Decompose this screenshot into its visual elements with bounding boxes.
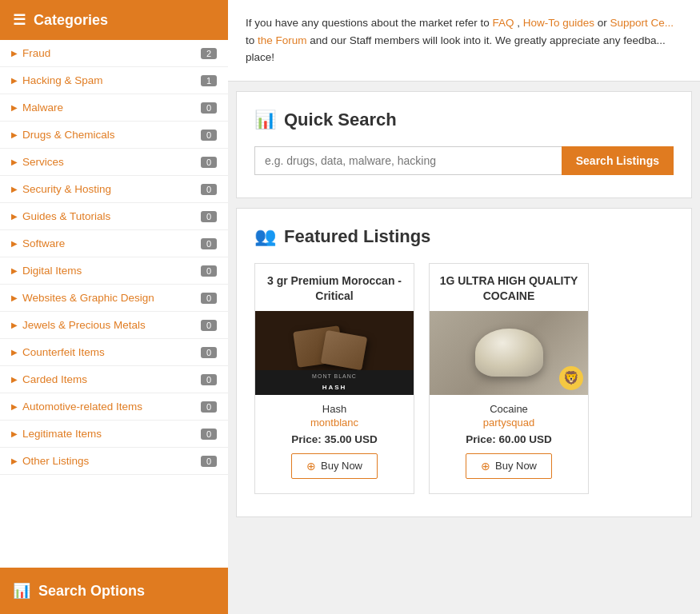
support-center-link[interactable]: Support Ce... <box>610 17 674 29</box>
featured-icon: 👥 <box>254 226 276 247</box>
category-badge-websites-graphic-design: 0 <box>201 293 217 304</box>
category-label-counterfeit-items: Counterfeit Items <box>22 346 201 358</box>
arrow-icon-security-hosting: ▶ <box>11 185 18 193</box>
sidebar-item-malware[interactable]: ▶Malware0 <box>0 94 228 122</box>
listings-row: 3 gr Premium Moroccan - Critical MONT BL… <box>254 263 674 494</box>
arrow-icon-other-listings: ▶ <box>11 457 18 465</box>
buy-button-label-1: Buy Now <box>321 460 362 472</box>
buy-button-label-2: Buy Now <box>495 460 537 472</box>
sidebar-item-carded-items[interactable]: ▶Carded Items0 <box>0 366 228 393</box>
sidebar-item-legitimate-items[interactable]: ▶Legitimate Items0 <box>0 421 228 448</box>
listing-title-1: 3 gr Premium Moroccan - Critical <box>255 264 414 311</box>
category-badge-digital-items: 0 <box>201 265 217 277</box>
quick-search-heading: Quick Search <box>284 110 397 130</box>
info-comma1: , <box>517 17 523 29</box>
sidebar-header: ☰ Categories <box>0 0 228 40</box>
category-label-guides-tutorials: Guides & Tutorials <box>22 210 201 222</box>
cocaine-scene: 🦁 <box>430 311 588 395</box>
info-text-suffix: and our Staff members will look into it.… <box>246 34 666 64</box>
listing-price-1: Price: 35.00 USD <box>263 433 406 445</box>
category-badge-hacking-spam: 1 <box>201 75 217 86</box>
forum-link[interactable]: the Forum <box>258 34 307 46</box>
hash-block-2 <box>321 330 368 370</box>
cocaine-mound <box>475 329 543 377</box>
category-label-jewels-precious-metals: Jewels & Precious Metals <box>22 319 201 331</box>
search-listings-button[interactable]: Search Listings <box>562 146 674 175</box>
buy-button-2[interactable]: ⊕ Buy Now <box>466 453 552 479</box>
sidebar-item-counterfeit-items[interactable]: ▶Counterfeit Items0 <box>0 339 228 366</box>
listing-card-2: 1G ULTRA HIGH QUALITY COCAINE 🦁 Cocaine … <box>429 263 589 494</box>
arrow-icon-fraud: ▶ <box>11 49 18 58</box>
monero-icon-1: ⊕ <box>306 460 316 472</box>
search-options-footer[interactable]: 📊 Search Options <box>0 568 228 614</box>
category-badge-counterfeit-items: 0 <box>201 347 217 358</box>
category-badge-security-hosting: 0 <box>201 184 217 195</box>
arrow-icon-guides-tutorials: ▶ <box>11 212 18 221</box>
listing-image-1: MONT BLANC HASH <box>255 311 414 395</box>
sidebar-item-automotive-related-items[interactable]: ▶Automotive-related Items0 <box>0 393 228 421</box>
arrow-icon-websites-graphic-design: ▶ <box>11 293 18 302</box>
hash-label-text: HASH <box>322 384 347 391</box>
featured-section: 👥 Featured Listings 3 gr Premium Morocca… <box>236 208 692 517</box>
arrow-icon-digital-items: ▶ <box>11 266 18 275</box>
sidebar-item-security-hosting[interactable]: ▶Security & Hosting0 <box>0 176 228 203</box>
category-label-software: Software <box>22 237 201 249</box>
info-text-prefix: If you have any questions about the mark… <box>246 17 492 29</box>
category-label-other-listings: Other Listings <box>22 455 201 467</box>
category-badge-other-listings: 0 <box>201 456 217 467</box>
arrow-icon-drugs-chemicals: ▶ <box>11 130 18 139</box>
search-options-label: Search Options <box>38 583 145 600</box>
category-label-digital-items: Digital Items <box>22 265 201 277</box>
info-banner: If you have any questions about the mark… <box>228 0 700 82</box>
listing-info-2: Cocaine partysquad Price: 60.00 USD ⊕ Bu… <box>430 395 588 493</box>
category-badge-software: 0 <box>201 238 217 249</box>
sidebar-item-services[interactable]: ▶Services0 <box>0 149 228 176</box>
category-label-fraud: Fraud <box>22 47 201 59</box>
search-input[interactable] <box>254 146 562 175</box>
sidebar-item-guides-tutorials[interactable]: ▶Guides & Tutorials0 <box>0 203 228 230</box>
buy-button-1[interactable]: ⊕ Buy Now <box>291 453 378 479</box>
sidebar-item-drugs-chemicals[interactable]: ▶Drugs & Chemicals0 <box>0 122 228 149</box>
category-label-drugs-chemicals: Drugs & Chemicals <box>22 129 201 141</box>
category-list: ▶Fraud2▶Hacking & Spam1▶Malware0▶Drugs &… <box>0 40 228 568</box>
listing-category-2: Cocaine <box>438 403 580 415</box>
sidebar-title: Categories <box>34 12 108 29</box>
how-to-link[interactable]: How-To guides <box>523 17 594 29</box>
sidebar-item-fraud[interactable]: ▶Fraud2 <box>0 40 228 67</box>
category-badge-carded-items: 0 <box>201 374 217 385</box>
category-badge-guides-tutorials: 0 <box>201 211 217 222</box>
listing-image-2: 🦁 <box>430 311 588 395</box>
info-text-to: to <box>246 34 258 46</box>
sidebar-item-other-listings[interactable]: ▶Other Listings0 <box>0 448 228 475</box>
category-label-hacking-spam: Hacking & Spam <box>22 74 201 86</box>
search-button-label: Search Listings <box>576 154 659 167</box>
listing-price-2: Price: 60.00 USD <box>438 433 580 445</box>
category-badge-drugs-chemicals: 0 <box>201 130 217 141</box>
faq-link[interactable]: FAQ <box>492 17 514 29</box>
arrow-icon-malware: ▶ <box>11 103 18 112</box>
sidebar-item-software[interactable]: ▶Software0 <box>0 230 228 257</box>
listing-card-1: 3 gr Premium Moroccan - Critical MONT BL… <box>254 263 414 494</box>
category-badge-services: 0 <box>201 157 217 168</box>
listing-title-2: 1G ULTRA HIGH QUALITY COCAINE <box>430 264 588 311</box>
sidebar-item-digital-items[interactable]: ▶Digital Items0 <box>0 257 228 285</box>
partysquad-badge: 🦁 <box>559 366 583 390</box>
listing-info-1: Hash montblanc Price: 35.00 USD ⊕ Buy No… <box>255 395 414 493</box>
category-label-security-hosting: Security & Hosting <box>22 183 201 195</box>
hash-brand-top: MONT BLANC <box>258 373 410 379</box>
sidebar-item-jewels-precious-metals[interactable]: ▶Jewels & Precious Metals0 <box>0 312 228 339</box>
category-badge-automotive-related-items: 0 <box>201 401 217 413</box>
sidebar-item-hacking-spam[interactable]: ▶Hacking & Spam1 <box>0 67 228 94</box>
sidebar-item-websites-graphic-design[interactable]: ▶Websites & Graphic Design0 <box>0 285 228 312</box>
arrow-icon-automotive-related-items: ▶ <box>11 402 18 411</box>
arrow-icon-hacking-spam: ▶ <box>11 76 18 85</box>
category-label-automotive-related-items: Automotive-related Items <box>22 401 201 413</box>
monero-icon-2: ⊕ <box>481 460 490 472</box>
category-label-websites-graphic-design: Websites & Graphic Design <box>22 292 201 304</box>
category-label-malware: Malware <box>22 102 201 114</box>
quick-search-icon: 📊 <box>254 110 276 130</box>
featured-title: 👥 Featured Listings <box>254 226 674 247</box>
arrow-icon-services: ▶ <box>11 157 18 166</box>
category-badge-legitimate-items: 0 <box>201 429 217 440</box>
category-label-carded-items: Carded Items <box>22 373 201 385</box>
